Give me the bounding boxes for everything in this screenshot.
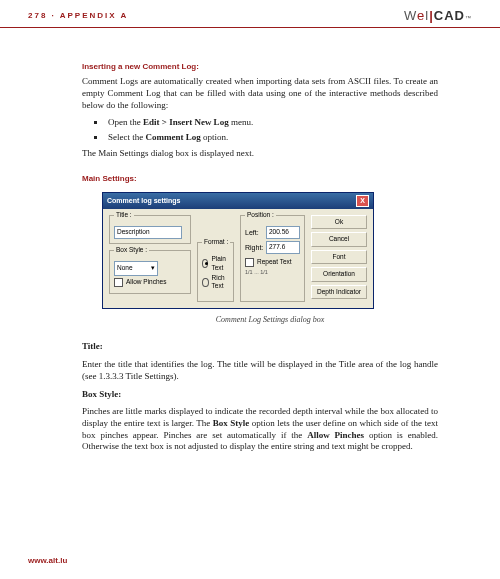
group-boxstyle-label: Box Style : xyxy=(114,246,149,254)
left-input[interactable]: 200.56 xyxy=(266,226,300,239)
radio-rich-text[interactable]: Rich Text xyxy=(202,274,229,291)
group-position-label: Position : xyxy=(245,211,276,219)
section-inserting-heading: Inserting a new Comment Log: xyxy=(82,62,438,72)
page-header: 278 · APPENDIX A Wel|CAD™ xyxy=(0,0,500,28)
group-format-label: Format : xyxy=(202,238,230,246)
label-right: Right: xyxy=(245,243,263,252)
inserting-paragraph-2: The Main Settings dialog box is displaye… xyxy=(82,148,438,160)
group-format: Format : Plain Text Rich Text xyxy=(197,242,234,302)
inserting-paragraph-1: Comment Logs are automatically created w… xyxy=(82,76,438,111)
close-icon[interactable]: X xyxy=(356,195,369,207)
dialog-screenshot: Comment log settings X Title : Descripti… xyxy=(102,192,438,326)
page-appendix-label: 278 · APPENDIX A xyxy=(28,11,128,20)
page-content: Inserting a new Comment Log: Comment Log… xyxy=(0,28,500,453)
boxstyle-select[interactable]: None▾ xyxy=(114,261,158,276)
allow-pinches-checkbox[interactable]: Allow Pinches xyxy=(114,278,186,287)
inserting-steps-list: Open the Edit > Insert New Log menu. Sel… xyxy=(106,117,438,143)
checkbox-icon xyxy=(114,278,123,287)
dialog-caption: Comment Log Settings dialog box xyxy=(102,315,438,325)
boxstyle-heading: Box Style: xyxy=(82,389,438,401)
brand-logo: Wel|CAD™ xyxy=(404,8,472,23)
cancel-button[interactable]: Cancel xyxy=(311,232,367,246)
boxstyle-paragraph: Pinches are little marks displayed to in… xyxy=(82,406,438,453)
group-title-label: Title : xyxy=(114,211,134,219)
unit-range-text: 1/1 ... 1/1 xyxy=(245,269,300,276)
radio-plain-text[interactable]: Plain Text xyxy=(202,255,229,272)
section-mainsettings-heading: Main Settings: xyxy=(82,174,438,184)
depth-indicator-button[interactable]: Depth Indicator xyxy=(311,285,367,299)
orientation-button[interactable]: Orientation xyxy=(311,267,367,281)
footer-url: www.alt.lu xyxy=(28,556,67,565)
group-position: Position : Left: 200.56 Right: 277.6 Rep… xyxy=(240,215,305,302)
right-input[interactable]: 277.6 xyxy=(266,241,300,254)
radio-off-icon xyxy=(202,278,209,287)
comment-log-settings-dialog: Comment log settings X Title : Descripti… xyxy=(102,192,374,309)
dialog-title-text: Comment log settings xyxy=(107,196,181,205)
font-button[interactable]: Font xyxy=(311,250,367,264)
radio-on-icon xyxy=(202,259,208,268)
repeat-text-checkbox[interactable]: Repeat Text xyxy=(245,258,300,267)
dialog-button-column: Ok Cancel Font Orientation Depth Indicat… xyxy=(311,215,367,302)
title-field-paragraph: Enter the title that identifies the log.… xyxy=(82,359,438,382)
step-select-option: Select the Comment Log option. xyxy=(106,132,438,144)
step-open-menu: Open the Edit > Insert New Log menu. xyxy=(106,117,438,129)
dialog-titlebar: Comment log settings X xyxy=(103,193,373,209)
title-field-heading: Title: xyxy=(82,341,438,353)
group-boxstyle: Box Style : None▾ Allow Pinches xyxy=(109,250,191,294)
label-left: Left: xyxy=(245,228,263,237)
chevron-down-icon: ▾ xyxy=(151,264,155,272)
group-title: Title : Description xyxy=(109,215,191,244)
ok-button[interactable]: Ok xyxy=(311,215,367,229)
title-input[interactable]: Description xyxy=(114,226,182,239)
checkbox-icon xyxy=(245,258,254,267)
